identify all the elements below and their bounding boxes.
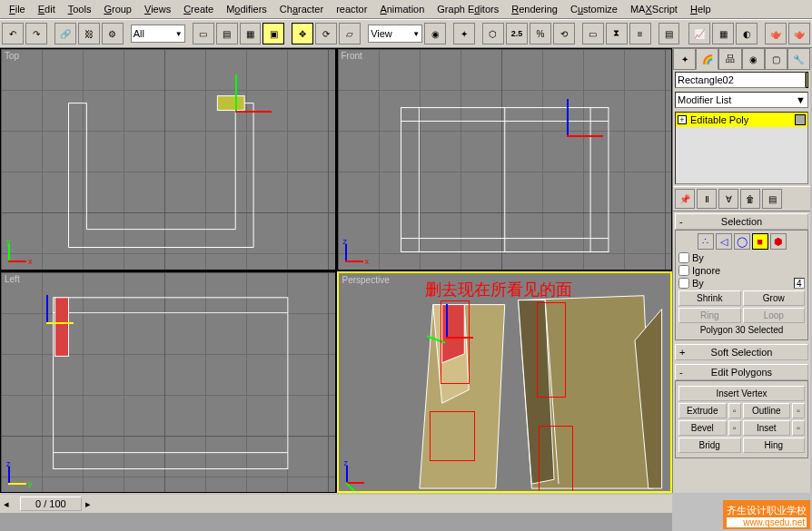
viewport-top[interactable]: Top xy <box>0 48 336 270</box>
extrude-button[interactable]: Extrude <box>678 403 727 418</box>
selection-filter-value: All <box>134 28 144 39</box>
hinge-button[interactable]: Hing <box>743 438 806 453</box>
inset-button[interactable]: Inset <box>743 420 791 436</box>
grow-button[interactable]: Grow <box>743 290 806 306</box>
spinner-snap-button[interactable]: ⟲ <box>553 23 575 44</box>
remove-mod-button[interactable]: 🗑 <box>740 189 760 209</box>
outline-settings-button[interactable]: ▫ <box>792 403 805 418</box>
move-button[interactable]: ✥ <box>292 23 313 44</box>
vertex-subobj[interactable]: ∴ <box>698 233 714 250</box>
motion-tab[interactable]: ◉ <box>742 48 765 70</box>
link-button[interactable]: 🔗 <box>54 23 76 44</box>
percent-snap-button[interactable]: % <box>530 23 551 44</box>
menu-edit[interactable]: Edit <box>33 2 61 16</box>
display-tab[interactable]: ▢ <box>765 48 787 70</box>
create-tab[interactable]: ✦ <box>673 48 696 70</box>
edge-subobj[interactable]: ◁ <box>716 233 732 250</box>
select-region-button[interactable]: ▦ <box>240 23 262 44</box>
menu-reactor[interactable]: reactor <box>331 2 372 16</box>
menu-modifiers[interactable]: Modifiers <box>221 2 272 16</box>
track-bar[interactable] <box>0 513 672 531</box>
rotate-button[interactable]: ⟳ <box>315 23 337 44</box>
menu-character[interactable]: Character <box>274 2 329 16</box>
pivot-button[interactable]: ◉ <box>424 23 446 44</box>
angle-snap-button[interactable]: 2.5 <box>506 23 528 44</box>
stack-editable-poly[interactable]: + Editable Poly <box>676 113 807 127</box>
menu-animation[interactable]: Animation <box>374 2 430 16</box>
layers-button[interactable]: ▤ <box>659 23 680 44</box>
time-slider-knob[interactable]: 0 / 100 <box>20 497 82 511</box>
bind-button[interactable]: ⚙ <box>102 23 124 44</box>
bridge-button[interactable]: Bridg <box>678 438 741 453</box>
snap-toggle-button[interactable]: ⬡ <box>482 23 504 44</box>
modifier-stack[interactable]: + Editable Poly <box>675 112 808 184</box>
named-sets-button[interactable]: ▭ <box>582 23 604 44</box>
selection-rollout-header[interactable]: -Selection <box>675 213 808 230</box>
edit-polygons-rollout-header[interactable]: -Edit Polygons <box>675 364 808 380</box>
ref-coord-dropdown[interactable]: View▼ <box>368 25 422 43</box>
viewport-front[interactable]: Front xz <box>337 48 673 270</box>
by-angle-checkbox[interactable] <box>678 278 689 289</box>
selection-filter-dropdown[interactable]: All▼ <box>131 25 185 43</box>
loop-button[interactable]: Loop <box>743 308 806 323</box>
curve-editor-button[interactable]: 📈 <box>688 23 710 44</box>
border-subobj[interactable]: ◯ <box>734 233 750 250</box>
insert-vertex-button[interactable]: Insert Vertex <box>678 386 805 401</box>
menu-maxscript[interactable]: MAXScript <box>625 2 683 16</box>
schematic-button[interactable]: ▦ <box>712 23 734 44</box>
selection-status: Polygon 30 Selected <box>678 325 805 335</box>
polygon-subobj[interactable]: ■ <box>752 233 768 250</box>
menu-group[interactable]: Group <box>98 2 137 16</box>
mirror-button[interactable]: ⧗ <box>606 23 628 44</box>
align-button[interactable]: ≡ <box>629 23 651 44</box>
modifier-list-dropdown[interactable]: Modifier List ▼ <box>675 92 808 108</box>
unlink-button[interactable]: ⛓ <box>78 23 100 44</box>
inset-settings-button[interactable]: ▫ <box>792 420 805 436</box>
viewport-left[interactable]: Left yz <box>0 271 336 494</box>
configure-button[interactable]: ▤ <box>762 189 782 209</box>
expand-icon[interactable]: + <box>678 115 687 124</box>
quick-render-button[interactable]: 🫖 <box>788 23 810 44</box>
soft-selection-rollout-header[interactable]: +Soft Selection <box>675 344 808 360</box>
unique-button[interactable]: ∀ <box>718 189 738 209</box>
modify-tab[interactable]: 🌈 <box>696 48 718 70</box>
render-scene-button[interactable]: 🫖 <box>765 23 787 44</box>
shrink-button[interactable]: Shrink <box>678 290 741 306</box>
hierarchy-tab[interactable]: 品 <box>718 48 741 70</box>
ignore-backfacing-checkbox[interactable] <box>678 265 689 276</box>
time-slider[interactable]: ◂ 0 / 100 ▸ <box>0 495 672 513</box>
ring-button[interactable]: Ring <box>678 308 741 323</box>
utilities-tab[interactable]: 🔧 <box>787 48 810 70</box>
object-name-input[interactable] <box>675 72 806 88</box>
menu-create[interactable]: Create <box>178 2 219 16</box>
show-result-button[interactable]: Ⅱ <box>697 189 717 209</box>
menu-rendering[interactable]: Rendering <box>506 2 563 16</box>
redo-button[interactable]: ↷ <box>25 23 47 44</box>
menu-bar: File Edit Tools Group Views Create Modif… <box>0 0 812 19</box>
menu-help[interactable]: Help <box>685 2 717 16</box>
viewport-perspective[interactable]: Perspective 删去现在所看见的面 z <box>337 271 673 494</box>
menu-graph-editors[interactable]: Graph Editors <box>431 2 504 16</box>
pin-stack-button[interactable]: 📌 <box>675 189 695 209</box>
outline-button[interactable]: Outline <box>743 403 791 418</box>
by-angle-label: By <box>692 278 704 289</box>
menu-file[interactable]: File <box>4 2 31 16</box>
menu-customize[interactable]: Customize <box>565 2 623 16</box>
select-button[interactable]: ▭ <box>193 23 214 44</box>
angle-spinner[interactable] <box>794 278 805 289</box>
select-name-button[interactable]: ▤ <box>216 23 238 44</box>
by-vertex-checkbox[interactable] <box>678 252 689 263</box>
bevel-settings-button[interactable]: ▫ <box>728 420 741 436</box>
undo-button[interactable]: ↶ <box>2 23 24 44</box>
menu-views[interactable]: Views <box>139 2 176 16</box>
element-subobj[interactable]: ⬢ <box>770 233 787 250</box>
menu-tools[interactable]: Tools <box>63 2 97 16</box>
viewport-left-label: Left <box>5 274 20 284</box>
object-color-swatch[interactable] <box>806 72 808 88</box>
material-button[interactable]: ◐ <box>736 23 758 44</box>
select-manipulate-button[interactable]: ✦ <box>453 23 475 44</box>
scale-button[interactable]: ▱ <box>339 23 361 44</box>
extrude-settings-button[interactable]: ▫ <box>728 403 741 418</box>
window-crossing-button[interactable]: ▣ <box>262 23 284 44</box>
bevel-button[interactable]: Bevel <box>678 420 727 436</box>
